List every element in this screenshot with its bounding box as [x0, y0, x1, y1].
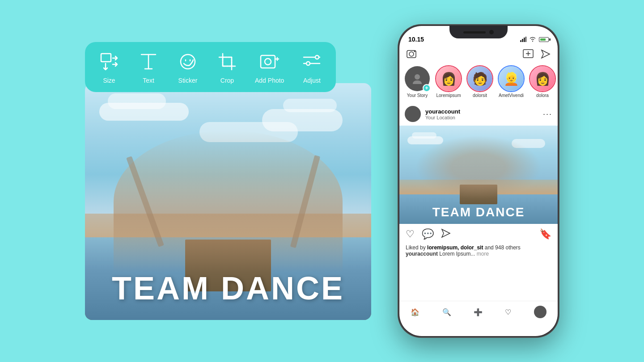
text-icon: [137, 50, 160, 73]
story-item-dolora[interactable]: 👩 dolora: [530, 66, 555, 98]
story-avatar-dolorsit: 🧑: [467, 66, 492, 91]
notch-speaker: [463, 31, 486, 34]
post-actions-left: ♡ 💬: [406, 228, 451, 240]
post-user: youraccount Your Location: [405, 106, 460, 122]
post-username: youraccount: [425, 108, 460, 115]
bookmark-button[interactable]: 🔖: [539, 228, 551, 240]
size-icon: [97, 50, 121, 73]
post-likes: Liked by loremipsum, dolor_sit and 948 o…: [399, 244, 558, 251]
post-image-figures: [415, 135, 542, 199]
svg-rect-7: [223, 57, 232, 66]
notch-camera: [489, 30, 494, 34]
post-avatar: [405, 106, 421, 122]
svg-rect-19: [522, 39, 523, 42]
svg-rect-20: [524, 38, 525, 42]
story-avatar-loremipsum: 👩: [436, 66, 461, 91]
tool-add-photo-label: Add Photo: [255, 77, 284, 84]
nav-home[interactable]: 🏠: [411, 308, 419, 316]
phone-notch: [449, 26, 508, 38]
toolbar: Size Text: [85, 42, 336, 92]
post-actions: ♡ 💬 🔖: [399, 224, 558, 244]
svg-point-28: [415, 74, 420, 80]
editor-panel: Size Text: [85, 42, 371, 320]
story-ring: [498, 65, 525, 92]
editor-title: TEAM DANCE: [85, 270, 371, 307]
tool-add-photo[interactable]: Add Photo: [255, 50, 284, 84]
post-location: Your Location: [425, 115, 460, 120]
story-ring: [435, 65, 462, 92]
story-ring: [529, 65, 556, 92]
svg-rect-8: [261, 55, 275, 68]
svg-rect-18: [520, 40, 521, 42]
tool-adjust[interactable]: Adjust: [300, 50, 323, 84]
story-avatar-ametvivendi: 👱: [499, 66, 524, 91]
ig-header-icons: [523, 49, 551, 59]
your-story-label: Your Story: [407, 93, 428, 98]
post-icon: [523, 49, 534, 59]
story-label-ametvivendi: AmetVivendi: [499, 93, 524, 98]
nav-add[interactable]: ➕: [474, 308, 483, 316]
tool-text-label: Text: [143, 77, 154, 84]
tool-size-label: Size: [103, 77, 115, 84]
svg-rect-21: [525, 37, 526, 42]
nav-search[interactable]: 🔍: [442, 308, 451, 316]
story-label-dolora: dolora: [536, 93, 549, 98]
main-layout: Size Text: [0, 0, 644, 362]
nav-heart[interactable]: ♡: [505, 308, 511, 316]
signal-icon: [520, 37, 526, 42]
sticker-icon: [176, 50, 199, 73]
story-item-ametvivendi[interactable]: 👱 AmetVivendi: [499, 66, 524, 98]
stories-row: + Your Story 👩 Lo: [399, 63, 558, 102]
post-title: TEAM DANCE: [399, 205, 558, 219]
wifi-icon: [529, 37, 536, 42]
story-item-loremipsum[interactable]: 👩 Loremipsum: [436, 66, 461, 98]
your-story-person-icon: [411, 72, 424, 85]
post-more-button[interactable]: ···: [543, 109, 552, 119]
adjust-icon: [300, 50, 323, 73]
story-avatar-dolora: 👩: [530, 66, 555, 91]
post-header: youraccount Your Location ···: [399, 102, 558, 126]
status-icons: [520, 37, 549, 42]
battery-fill: [540, 38, 546, 41]
tool-sticker-label: Sticker: [178, 77, 198, 84]
phone-bottom-nav: 🏠 🔍 ➕ ♡: [399, 301, 558, 327]
svg-rect-0: [101, 54, 111, 62]
phone-mockup: 10.15: [398, 25, 559, 337]
editor-image: TEAM DANCE: [85, 83, 371, 320]
ig-header: [399, 46, 558, 63]
crop-icon: [216, 50, 239, 73]
tool-size[interactable]: Size: [97, 50, 121, 84]
camera-icon: [407, 49, 419, 59]
caption-more[interactable]: more: [477, 251, 489, 257]
tool-sticker[interactable]: Sticker: [176, 50, 199, 84]
svg-point-23: [409, 52, 414, 56]
send-icon: [541, 49, 551, 59]
post-user-info: youraccount Your Location: [425, 108, 460, 120]
tool-crop[interactable]: Crop: [216, 50, 239, 84]
post-caption: youraccount Lorem Ipsum... more: [399, 251, 558, 261]
tool-crop-label: Crop: [220, 77, 234, 84]
story-label-dolorsit: dolorsit: [473, 93, 487, 98]
your-story-plus: +: [423, 84, 431, 92]
your-story-avatar: +: [405, 66, 430, 91]
battery-icon: [539, 37, 549, 42]
phone-screen-content: 10.15: [399, 26, 558, 327]
story-ring: [466, 65, 493, 92]
story-item-dolorsit[interactable]: 🧑 dolorsit: [467, 66, 492, 98]
like-button[interactable]: ♡: [406, 228, 415, 240]
svg-point-9: [265, 59, 271, 65]
phone-outer: 10.15: [398, 25, 559, 337]
tool-text[interactable]: Text: [137, 50, 160, 84]
nav-profile[interactable]: [534, 306, 547, 318]
share-button[interactable]: [441, 228, 451, 238]
svg-point-24: [414, 51, 415, 52]
status-time: 10.15: [408, 36, 424, 43]
add-photo-icon: [258, 50, 281, 73]
comment-button[interactable]: 💬: [422, 228, 434, 240]
post-image: TEAM DANCE: [399, 126, 558, 224]
tool-adjust-label: Adjust: [303, 77, 321, 84]
phone-screen: 10.15: [399, 26, 558, 336]
story-label-loremipsum: Loremipsum: [436, 93, 461, 98]
your-story-item[interactable]: + Your Story: [405, 66, 430, 98]
